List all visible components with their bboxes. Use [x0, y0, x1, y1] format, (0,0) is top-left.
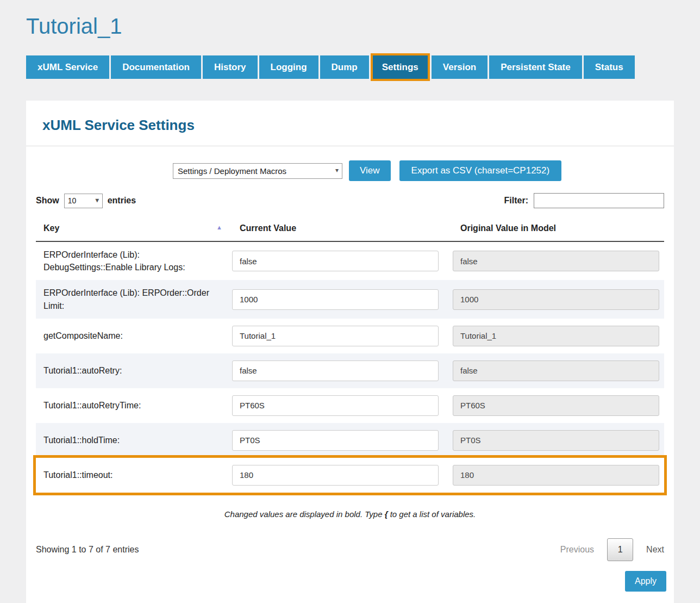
original-value-input	[453, 326, 659, 346]
entries-label: entries	[108, 196, 136, 206]
length-filter-row: Show 10 ▾ entries Filter:	[36, 193, 664, 208]
original-value-input	[453, 360, 659, 381]
table-row-highlighted: Tutorial1::timeout:	[36, 458, 664, 493]
tab-logging[interactable]: Logging	[259, 55, 318, 79]
table-row: getCompositeName:	[36, 319, 664, 353]
original-value-input	[453, 395, 659, 416]
row-key-label: ERPOrderInterface (Lib): DebugSettings::…	[36, 242, 232, 280]
original-value-input	[453, 251, 659, 271]
filter-input[interactable]	[534, 193, 664, 208]
tab-settings[interactable]: Settings	[371, 53, 430, 81]
table-row: Tutorial1::autoRetryTime:	[36, 388, 664, 423]
pagination-page-1[interactable]: 1	[607, 538, 633, 561]
original-value-input	[453, 465, 659, 486]
tab-bar: xUML Service Documentation History Loggi…	[26, 53, 700, 81]
view-button[interactable]: View	[349, 160, 391, 181]
table-footer: Showing 1 to 7 of 7 entries Previous 1 N…	[36, 538, 664, 561]
original-value-input	[453, 430, 659, 451]
current-value-input[interactable]	[232, 465, 439, 486]
panel-heading: xUML Service Settings	[26, 101, 674, 146]
column-header-original-value[interactable]: Original Value in Model	[453, 217, 664, 241]
view-mode-select-wrap: Settings / Deployment Macros ▾	[173, 163, 342, 179]
pagination-previous[interactable]: Previous	[560, 545, 594, 555]
tab-history[interactable]: History	[203, 55, 258, 79]
current-value-input[interactable]	[232, 326, 439, 346]
tab-documentation[interactable]: Documentation	[111, 55, 201, 79]
entries-per-page-select[interactable]: 10	[64, 194, 103, 208]
apply-button[interactable]: Apply	[625, 571, 666, 592]
export-csv-button[interactable]: Export as CSV (charset=CP1252)	[399, 160, 562, 181]
row-key-label: getCompositeName:	[36, 323, 232, 349]
row-key-label: Tutorial1::timeout:	[36, 462, 232, 488]
current-value-input[interactable]	[232, 289, 439, 310]
column-header-current-value[interactable]: Current Value	[232, 217, 453, 241]
filter-control: Filter:	[504, 193, 664, 208]
tab-xuml-service[interactable]: xUML Service	[26, 55, 109, 79]
row-key-label: ERPOrderInterface (Lib): ERPOrder::Order…	[36, 280, 232, 318]
table-body: ERPOrderInterface (Lib): DebugSettings::…	[36, 242, 664, 493]
tab-persistent-state[interactable]: Persistent State	[489, 55, 582, 79]
apply-row: Apply	[34, 571, 666, 592]
row-key-label: Tutorial1::holdTime:	[36, 427, 232, 453]
page-title: Tutorial_1	[0, 0, 700, 39]
filter-label: Filter:	[504, 196, 528, 206]
settings-panel: xUML Service Settings Settings / Deploym…	[26, 101, 674, 603]
tab-version[interactable]: Version	[432, 55, 488, 79]
pagination: Previous 1 Next	[560, 538, 664, 561]
view-controls: Settings / Deployment Macros ▾ View Expo…	[173, 160, 674, 181]
table-row: Tutorial1::autoRetry:	[36, 353, 664, 388]
tab-dump[interactable]: Dump	[320, 55, 369, 79]
note-text: Changed values are displayed in bold. Ty…	[26, 509, 674, 519]
show-label: Show	[36, 196, 59, 206]
view-mode-select[interactable]: Settings / Deployment Macros	[173, 163, 342, 179]
table-info: Showing 1 to 7 of 7 entries	[36, 545, 139, 555]
tab-status[interactable]: Status	[584, 55, 635, 79]
table-header: Key ▲ Current Value Original Value in Mo…	[36, 217, 664, 242]
sort-ascending-icon: ▲	[216, 224, 222, 231]
current-value-input[interactable]	[232, 430, 439, 451]
divider	[26, 146, 674, 146]
current-value-input[interactable]	[232, 251, 439, 271]
original-value-input	[453, 289, 659, 310]
page: Tutorial_1 xUML Service Documentation Hi…	[0, 0, 700, 603]
pagination-next[interactable]: Next	[646, 545, 664, 555]
table-row: Tutorial1::holdTime:	[36, 423, 664, 458]
table-row: ERPOrderInterface (Lib): DebugSettings::…	[36, 242, 664, 280]
table-row: ERPOrderInterface (Lib): ERPOrder::Order…	[36, 280, 664, 318]
current-value-input[interactable]	[232, 360, 439, 381]
column-header-key[interactable]: Key ▲	[36, 217, 232, 241]
entries-per-page-control: Show 10 ▾ entries	[36, 194, 136, 208]
current-value-input[interactable]	[232, 395, 439, 416]
row-key-label: Tutorial1::autoRetry:	[36, 358, 232, 383]
settings-table: Key ▲ Current Value Original Value in Mo…	[36, 217, 664, 493]
entries-select-wrap: 10 ▾	[64, 194, 103, 208]
row-key-label: Tutorial1::autoRetryTime:	[36, 393, 232, 418]
